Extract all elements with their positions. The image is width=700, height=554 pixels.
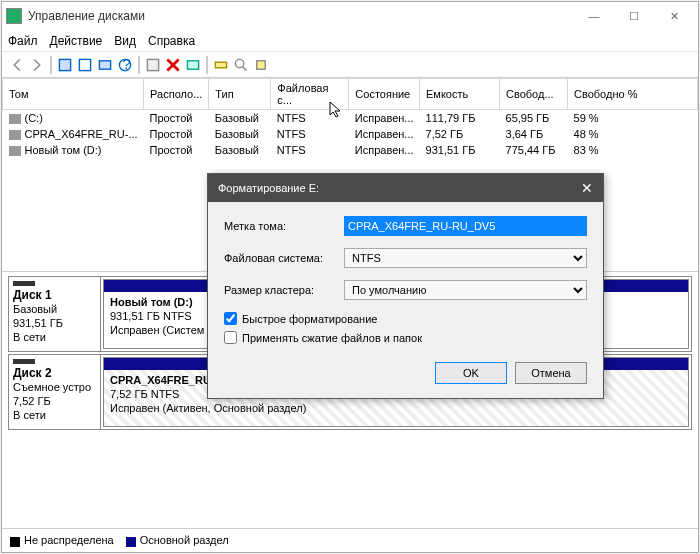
- compress-label: Применять сжатие файлов и папок: [242, 332, 422, 344]
- label-fs: Файловая система:: [224, 252, 344, 264]
- cluster-size-select[interactable]: По умолчанию: [344, 280, 587, 300]
- col-volume[interactable]: Том: [3, 79, 144, 110]
- menu-file[interactable]: Файл: [8, 34, 38, 48]
- view1-icon[interactable]: [56, 56, 74, 74]
- col-free[interactable]: Свобод...: [500, 79, 568, 110]
- svg-rect-9: [257, 60, 265, 68]
- table-row[interactable]: (C:)ПростойБазовыйNTFSИсправен...111,79 …: [3, 110, 698, 127]
- label-volume: Метка тома:: [224, 220, 344, 232]
- dialog-title: Форматирование E:: [218, 182, 319, 194]
- table-row[interactable]: Новый том (D:)ПростойБазовыйNTFSИсправен…: [3, 142, 698, 158]
- dialog-titlebar: Форматирование E: ✕: [208, 174, 603, 202]
- format-dialog: Форматирование E: ✕ Метка тома: Файловая…: [207, 173, 604, 399]
- filesystem-select[interactable]: NTFS: [344, 248, 587, 268]
- svg-rect-1: [79, 59, 90, 70]
- refresh-icon[interactable]: [76, 56, 94, 74]
- separator: [206, 56, 208, 74]
- delete-icon[interactable]: [164, 56, 182, 74]
- toolbar: ?: [2, 52, 698, 78]
- quick-format-label: Быстрое форматирование: [242, 313, 377, 325]
- close-button[interactable]: ✕: [654, 4, 694, 28]
- svg-rect-0: [59, 59, 70, 70]
- compress-checkbox[interactable]: [224, 331, 237, 344]
- settings-icon[interactable]: [252, 56, 270, 74]
- label-cluster: Размер кластера:: [224, 284, 344, 296]
- menu-view[interactable]: Вид: [114, 34, 136, 48]
- cancel-button[interactable]: Отмена: [515, 362, 587, 384]
- svg-rect-2: [99, 60, 110, 68]
- disk-label: Диск 1Базовый931,51 ГБВ сети: [9, 277, 101, 351]
- col-fs[interactable]: Файловая с...: [271, 79, 349, 110]
- options-icon[interactable]: [184, 56, 202, 74]
- table-row[interactable]: CPRA_X64FRE_RU-...ПростойБазовыйNTFSИспр…: [3, 126, 698, 142]
- titlebar: Управление дисками — ☐ ✕: [2, 2, 698, 30]
- properties-icon[interactable]: [96, 56, 114, 74]
- list-icon[interactable]: [144, 56, 162, 74]
- separator: [50, 56, 52, 74]
- svg-rect-6: [187, 60, 198, 68]
- dialog-close-icon[interactable]: ✕: [581, 180, 593, 196]
- volume-label-input[interactable]: [344, 216, 587, 236]
- col-type[interactable]: Тип: [209, 79, 271, 110]
- minimize-button[interactable]: —: [574, 4, 614, 28]
- disk-label: Диск 2Съемное устро7,52 ГБВ сети: [9, 355, 101, 429]
- window-title: Управление дисками: [28, 9, 574, 23]
- app-icon: [6, 8, 22, 24]
- legend-primary: Основной раздел: [126, 534, 229, 546]
- svg-rect-5: [147, 59, 158, 70]
- forward-icon[interactable]: [28, 56, 46, 74]
- legend-unallocated: Не распределена: [10, 534, 114, 546]
- maximize-button[interactable]: ☐: [614, 4, 654, 28]
- separator: [138, 56, 140, 74]
- menubar: Файл Действие Вид Справка: [2, 30, 698, 52]
- col-status[interactable]: Состояние: [349, 79, 420, 110]
- col-capacity[interactable]: Емкость: [420, 79, 500, 110]
- help-icon[interactable]: ?: [116, 56, 134, 74]
- legend: Не распределена Основной раздел: [2, 528, 698, 552]
- col-layout[interactable]: Располо...: [144, 79, 209, 110]
- quick-format-checkbox[interactable]: [224, 312, 237, 325]
- menu-action[interactable]: Действие: [50, 34, 103, 48]
- svg-text:?: ?: [122, 58, 131, 72]
- svg-rect-7: [215, 62, 226, 68]
- ok-button[interactable]: OK: [435, 362, 507, 384]
- disk-icon[interactable]: [212, 56, 230, 74]
- menu-help[interactable]: Справка: [148, 34, 195, 48]
- col-freepct[interactable]: Свободно %: [568, 79, 698, 110]
- search-icon[interactable]: [232, 56, 250, 74]
- back-icon[interactable]: [8, 56, 26, 74]
